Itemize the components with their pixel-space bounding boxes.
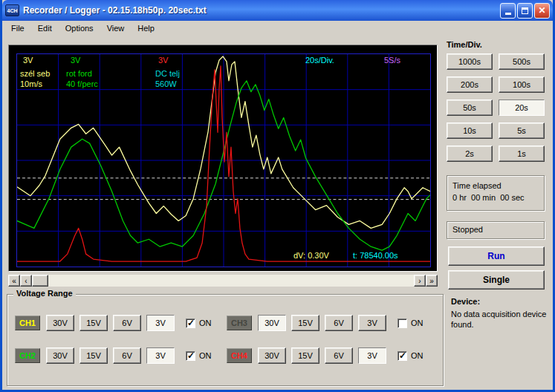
ch2-on-checkbox[interactable] <box>186 351 195 361</box>
timebase-readout: 20s/Div. <box>305 56 334 65</box>
menu-view[interactable]: View <box>100 22 132 35</box>
close-icon: ✕ <box>538 6 545 15</box>
titlebar[interactable]: 4CH Recorder / Logger - 02.15.18h50p. 20… <box>2 0 553 21</box>
minimize-button[interactable] <box>500 3 516 19</box>
device-status: No data acquisition device found. <box>451 309 551 330</box>
ch3-label: CH3 <box>227 316 252 330</box>
samplerate-readout: 5S/s <box>384 56 400 65</box>
menu-file[interactable]: File <box>4 22 31 35</box>
ch3-3v-button[interactable]: 3V <box>358 315 386 331</box>
window-title: Recorder / Logger - 02.15.18h50p. 20sec.… <box>23 5 499 16</box>
ch4-on-checkbox[interactable] <box>397 351 407 361</box>
ch2-controls: CH2 30V 15V 6V 3V ON <box>15 347 227 365</box>
ch2-15v-button[interactable]: 15V <box>79 347 108 364</box>
ch1-controls: CH1 30V 15V 6V 3V ON <box>15 314 227 332</box>
ch4-label: CH4 <box>227 348 252 363</box>
timediv-2s-button[interactable]: 2s <box>447 146 493 162</box>
timediv-20s-button[interactable]: 20s <box>499 99 545 116</box>
ch2-info-name: rot ford <box>66 68 98 79</box>
ch4-info-value: 560W <box>155 79 180 89</box>
ch4-6v-button[interactable]: 6V <box>325 347 353 364</box>
ch1-30v-button[interactable]: 30V <box>46 315 74 331</box>
ch2-on-label: ON <box>199 351 212 360</box>
plot-area: 3V 3V 3V 20s/Div. 5S/s szél seb 10m/s ro… <box>8 45 438 272</box>
app-window: 4CH Recorder / Logger - 02.15.18h50p. 20… <box>0 0 555 392</box>
timediv-50s-button[interactable]: 50s <box>447 99 493 116</box>
menu-edit[interactable]: Edit <box>31 22 59 35</box>
time-div-buttons: 1000s 500s 200s 100s 50s 20s 10s 5s 2s 1… <box>447 53 552 162</box>
ch2-3v-button[interactable]: 3V <box>146 347 175 364</box>
ch4-on-label: ON <box>411 351 423 360</box>
ch4-15v-button[interactable]: 15V <box>291 347 319 364</box>
voltage-range-group: Voltage Range CH1 30V 15V 6V 3V ON CH3 3… <box>7 294 444 386</box>
ch1-info-name: szél seb <box>20 68 50 79</box>
ch1-6v-button[interactable]: 6V <box>113 315 141 331</box>
scrollbar-thumb[interactable] <box>32 275 48 287</box>
ch4-controls: CH4 30V 15V 6V 3V ON <box>227 347 438 365</box>
scroll-left-button[interactable]: ‹ <box>20 275 32 287</box>
ch3-on-label: ON <box>411 318 423 327</box>
ch1-info: szél seb 10m/s <box>20 68 50 89</box>
menu-options[interactable]: Options <box>59 22 100 35</box>
timediv-100s-button[interactable]: 100s <box>499 76 545 93</box>
time-div-heading: Time/Div. <box>447 40 552 49</box>
ch2-range-readout: 3V <box>71 56 80 65</box>
timediv-5s-button[interactable]: 5s <box>499 122 545 139</box>
scroll-far-right-button[interactable]: » <box>426 275 438 287</box>
ch1-label: CH1 <box>15 316 40 330</box>
voltage-range-title: Voltage Range <box>13 289 76 298</box>
device-section: Device: No data acquisition device found… <box>451 297 551 330</box>
minimize-icon <box>505 13 511 15</box>
ch3-6v-button[interactable]: 6V <box>325 315 353 331</box>
maximize-button[interactable] <box>517 3 533 19</box>
timediv-1000s-button[interactable]: 1000s <box>447 53 493 70</box>
timediv-500s-button[interactable]: 500s <box>499 53 545 70</box>
control-panel: Time/Div. 1000s 500s 200s 100s 50s 20s 1… <box>447 40 552 162</box>
status-box: Stopped <box>447 221 545 239</box>
device-heading: Device: <box>451 297 551 306</box>
ch2-info: rot ford 40 f/perc <box>66 68 98 89</box>
delta-voltage-readout: dV: 0.30V <box>293 251 329 260</box>
plot-grid: 3V 3V 3V 20s/Div. 5S/s szél seb 10m/s ro… <box>16 53 431 267</box>
client-area: 3V 3V 3V 20s/Div. 5S/s szél seb 10m/s ro… <box>2 36 553 390</box>
scroll-right-button[interactable]: › <box>414 275 426 287</box>
scrollbar-track[interactable] <box>48 275 414 287</box>
single-button[interactable]: Single <box>448 270 545 290</box>
horizontal-scrollbar[interactable]: « ‹ › » <box>8 275 438 287</box>
ch1-15v-button[interactable]: 15V <box>79 315 108 331</box>
ch3-15v-button[interactable]: 15V <box>291 315 319 331</box>
close-button[interactable]: ✕ <box>534 3 550 19</box>
ch2-30v-button[interactable]: 30V <box>46 347 74 364</box>
scroll-far-left-button[interactable]: « <box>8 275 20 287</box>
voltage-row-2: CH2 30V 15V 6V 3V ON CH4 30V 15V 6V 3V O… <box>15 347 438 365</box>
app-icon: 4CH <box>5 4 19 16</box>
ch1-3v-button[interactable]: 3V <box>146 315 175 331</box>
menu-help[interactable]: Help <box>131 22 161 35</box>
ch1-on-checkbox[interactable] <box>186 318 195 328</box>
time-elapsed-value: 0 hr 00 min 00 sec <box>452 192 539 203</box>
ch4-3v-button[interactable]: 3V <box>358 347 386 364</box>
time-elapsed-box: Time elapsed 0 hr 00 min 00 sec <box>447 175 545 211</box>
ch2-label: CH2 <box>15 348 40 363</box>
time-position-readout: t: 78540.00s <box>353 251 398 260</box>
time-elapsed-label: Time elapsed <box>452 180 539 192</box>
status-text: Stopped <box>452 225 539 234</box>
ch3-on-checkbox[interactable] <box>397 318 407 328</box>
run-button[interactable]: Run <box>448 246 545 266</box>
ch2-info-value: 40 f/perc <box>66 79 98 89</box>
timediv-10s-button[interactable]: 10s <box>447 122 493 139</box>
ch2-6v-button[interactable]: 6V <box>113 347 141 364</box>
ch4-info: DC telj 560W <box>155 68 180 89</box>
timediv-200s-button[interactable]: 200s <box>447 76 493 93</box>
ch4-30v-button[interactable]: 30V <box>258 347 286 364</box>
voltage-row-1: CH1 30V 15V 6V 3V ON CH3 30V 15V 6V 3V O… <box>15 314 438 332</box>
ch3-30v-button[interactable]: 30V <box>258 315 286 331</box>
maximize-icon <box>522 7 528 14</box>
ch3-controls: CH3 30V 15V 6V 3V ON <box>227 314 438 332</box>
ch1-on-label: ON <box>199 318 212 327</box>
ch1-range-readout: 3V <box>23 56 33 65</box>
timediv-1s-button[interactable]: 1s <box>499 146 545 162</box>
ch1-info-value: 10m/s <box>20 79 50 89</box>
ch4-info-name: DC telj <box>155 68 180 79</box>
menubar: File Edit Options View Help <box>2 21 553 36</box>
